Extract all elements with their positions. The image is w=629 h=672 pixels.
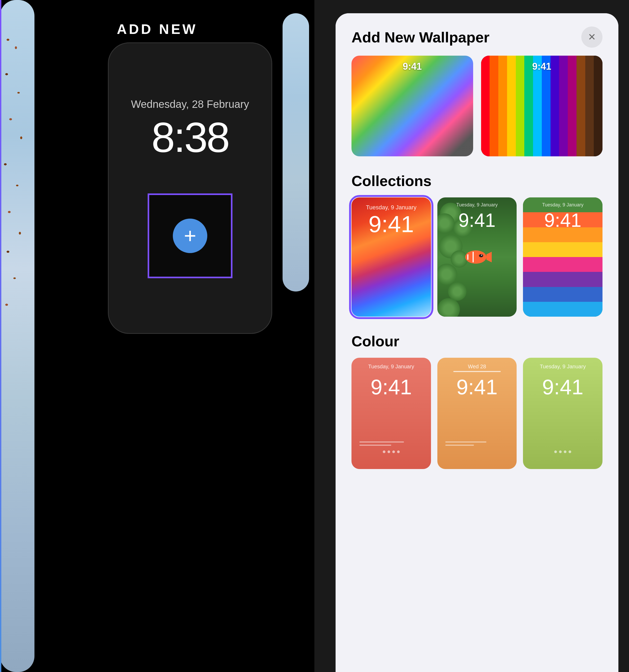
colour-item-salmon[interactable]: Tuesday, 9 January 9:41 — [351, 358, 431, 469]
featured-wallpaper-rainbow[interactable]: 9:41 — [481, 56, 603, 157]
stripe-3 — [498, 56, 507, 157]
sheet-title: Add New Wallpaper — [351, 29, 490, 46]
colour-row: Tuesday, 9 January 9:41 Wed 28 — [351, 358, 603, 469]
svg-point-4 — [481, 255, 482, 256]
collection-stripes-date: Tuesday, 9 January — [542, 202, 583, 208]
collection-fish-time: 9:41 — [458, 209, 495, 231]
stripe-4 — [507, 56, 516, 157]
cs-8 — [523, 302, 603, 317]
colour-salmon-time: 9:41 — [371, 375, 412, 399]
colour-yg-time: 9:41 — [542, 375, 583, 399]
colour-item-peach[interactable]: Wed 28 9:41 — [437, 358, 517, 469]
sheet-header: Add New Wallpaper ✕ — [335, 13, 619, 56]
colour-peach-lines — [445, 441, 509, 448]
panel-divider — [0, 0, 1, 672]
colour-salmon-lines — [359, 441, 423, 448]
svg-point-3 — [479, 254, 483, 257]
close-icon: ✕ — [588, 31, 596, 43]
collection-wave-date: Tuesday, 9 January — [366, 204, 416, 211]
add-wallpaper-sheet: Add New Wallpaper ✕ 9:41 — [335, 13, 619, 672]
collection-item-wave[interactable]: Tuesday, 9 January 9:41 — [351, 197, 431, 317]
stripe-6 — [524, 56, 533, 157]
svg-marker-5 — [486, 252, 492, 262]
butterfly-strip-right — [283, 13, 309, 291]
cs-5 — [523, 257, 603, 272]
stripe-5 — [516, 56, 525, 157]
phone-time: 8:38 — [152, 113, 229, 162]
stripe-13 — [585, 56, 594, 157]
fish-icon — [461, 246, 493, 268]
stripe-14 — [594, 56, 603, 157]
collections-row: Tuesday, 9 January 9:41 — [351, 197, 603, 317]
butterfly-strip-left — [0, 0, 34, 672]
add-new-label: ADD NEW — [117, 21, 197, 37]
sheet-content[interactable]: 9:41 — [335, 56, 619, 672]
colour-salmon-date: Tuesday, 9 January — [368, 364, 414, 370]
collections-section-title: Collections — [351, 172, 603, 189]
add-button-container[interactable]: + — [148, 193, 232, 278]
left-panel: ADD NEW Wednesday, 28 February 8:38 + — [0, 0, 314, 672]
stripe-11 — [568, 56, 577, 157]
colour-yg-date: Tuesday, 9 January — [540, 364, 585, 370]
featured-wallpaper-paint[interactable]: 9:41 — [351, 56, 473, 157]
stripe-9 — [551, 56, 559, 157]
stripe-10 — [559, 56, 568, 157]
colour-salmon-dots — [383, 451, 400, 453]
collection-fish-date: Tuesday, 9 January — [456, 202, 497, 208]
colour-item-yellow-green[interactable]: Tuesday, 9 January 9:41 — [523, 358, 603, 469]
collection-wave-time: 9:41 — [369, 211, 414, 238]
colour-section-title: Colour — [351, 333, 603, 350]
colour-peach-time: 9:41 — [457, 375, 498, 399]
collection-stripes-time: 9:41 — [544, 209, 581, 231]
cs-4 — [523, 242, 603, 257]
featured-wallpapers-row: 9:41 — [351, 56, 603, 157]
add-wallpaper-button[interactable]: + — [173, 219, 207, 253]
cs-7 — [523, 287, 603, 302]
right-panel: Add New Wallpaper ✕ 9:41 — [314, 0, 629, 672]
cs-6 — [523, 272, 603, 287]
featured-time-1: 9:41 — [403, 61, 422, 72]
featured-time-2: 9:41 — [532, 61, 551, 72]
collection-item-stripes[interactable]: Tuesday, 9 January 9:41 — [523, 197, 603, 317]
collection-item-fish[interactable]: Tuesday, 9 January 9:41 — [437, 197, 517, 317]
colour-peach-date: Wed 28 — [468, 364, 486, 370]
close-button[interactable]: ✕ — [581, 26, 603, 48]
stripe-2 — [490, 56, 498, 157]
stripe-12 — [577, 56, 585, 157]
phone-mockup: Wednesday, 28 February 8:38 + — [108, 42, 272, 334]
colour-yg-dots — [554, 451, 571, 453]
colour-peach-bar — [453, 371, 501, 372]
stripe-1 — [481, 56, 490, 157]
phone-date: Wednesday, 28 February — [131, 98, 249, 110]
plus-icon: + — [184, 225, 196, 246]
